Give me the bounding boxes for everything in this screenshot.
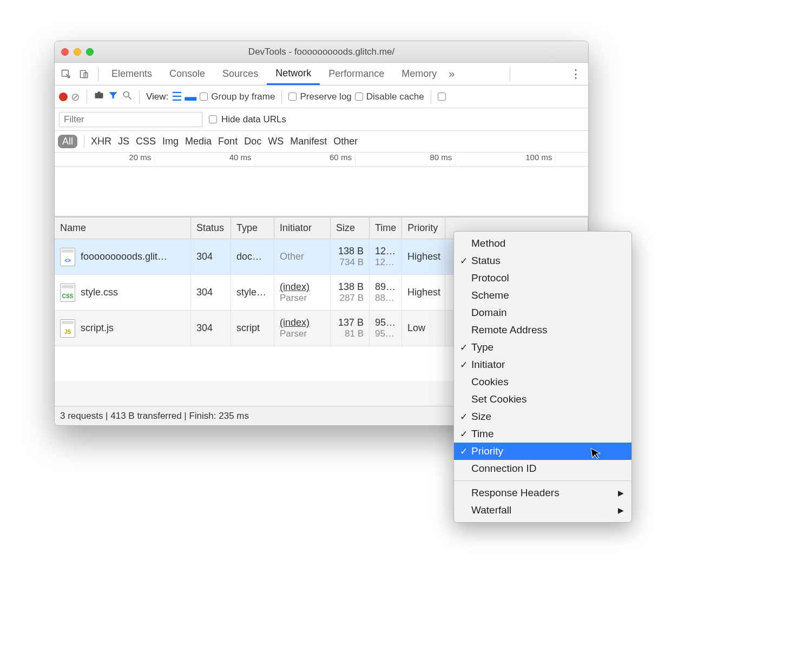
disable-cache-checkbox[interactable]: Disable cache — [355, 91, 424, 102]
context-menu-item-protocol[interactable]: Protocol — [454, 269, 631, 287]
context-menu-separator — [454, 480, 631, 481]
context-menu-label: Type — [471, 341, 493, 353]
inspect-element-icon[interactable] — [59, 67, 73, 81]
clear-icon[interactable]: ⊘ — [71, 90, 80, 103]
type-filter-ws[interactable]: WS — [268, 136, 284, 147]
check-icon: ✓ — [458, 342, 469, 353]
context-menu-label: Connection ID — [471, 463, 536, 475]
checkbox-box[interactable] — [209, 115, 217, 123]
column-header-time[interactable]: Time — [370, 218, 402, 239]
record-button[interactable] — [59, 93, 68, 101]
submenu-arrow-icon: ▶ — [618, 506, 624, 515]
column-header-type[interactable]: Type — [231, 218, 274, 239]
context-menu-label: Set Cookies — [471, 393, 526, 405]
context-menu-item-set-cookies[interactable]: Set Cookies — [454, 391, 631, 408]
column-context-menu: Method✓StatusProtocolSchemeDomainRemote … — [453, 231, 632, 523]
overview-icon[interactable]: ▬ — [185, 91, 196, 103]
stylesheet-icon: CSS — [60, 284, 75, 302]
filter-input[interactable] — [59, 112, 202, 127]
group-by-frame-checkbox[interactable]: Group by frame — [200, 91, 275, 102]
view-mode-icons[interactable]: ☰ ▬ — [172, 91, 196, 103]
type-filter-doc[interactable]: Doc — [244, 136, 261, 147]
cell-status: 304 — [191, 311, 231, 346]
context-menu-item-scheme[interactable]: Scheme — [454, 287, 631, 304]
column-header-initiator[interactable]: Initiator — [274, 218, 331, 239]
checkbox-box[interactable] — [355, 93, 363, 101]
context-menu-item-domain[interactable]: Domain — [454, 304, 631, 321]
context-menu-label: Initiator — [471, 359, 505, 371]
large-rows-icon[interactable]: ☰ — [172, 91, 182, 103]
timeline-tick: 20 ms — [55, 153, 155, 166]
type-filter-js[interactable]: JS — [118, 136, 129, 147]
context-menu-item-priority[interactable]: ✓Priority — [454, 443, 631, 460]
type-filter-manifest[interactable]: Manifest — [290, 136, 327, 147]
context-menu-label: Size — [471, 411, 491, 423]
context-menu-item-type[interactable]: ✓Type — [454, 339, 631, 356]
tab-network[interactable]: Network — [267, 63, 320, 85]
context-menu-item-status[interactable]: ✓Status — [454, 252, 631, 269]
timeline-tick: 100 ms — [456, 153, 556, 166]
timeline-tick-blank — [556, 153, 588, 166]
tabs-overflow-button[interactable]: » — [449, 68, 455, 80]
context-menu-item-method[interactable]: Method — [454, 235, 631, 252]
context-menu-label: Cookies — [471, 376, 509, 388]
network-toolbar: ⊘ View: ☰ ▬ Group by frame Preserve log … — [55, 85, 588, 108]
cell-time: 89… 88… — [370, 275, 402, 310]
separator — [84, 136, 84, 148]
type-filter-all[interactable]: All — [58, 135, 77, 148]
tab-performance[interactable]: Performance — [320, 63, 393, 85]
timeline-overview[interactable]: 20 ms 40 ms 60 ms 80 ms 100 ms — [55, 153, 588, 218]
capture-screenshot-icon[interactable] — [94, 90, 104, 103]
context-menu-label: Domain — [471, 307, 506, 319]
checkbox-box[interactable] — [288, 93, 297, 101]
context-menu-item-response-headers[interactable]: Response Headers▶ — [454, 484, 631, 502]
more-options-icon[interactable]: ⋮ — [570, 67, 582, 81]
context-menu-label: Protocol — [471, 272, 509, 284]
type-filter-xhr[interactable]: XHR — [91, 136, 111, 147]
check-icon: ✓ — [458, 429, 469, 440]
context-menu-item-remote-address[interactable]: Remote Address — [454, 321, 631, 339]
cell-size: 137 B 81 B — [331, 311, 370, 346]
context-menu-item-waterfall[interactable]: Waterfall▶ — [454, 502, 631, 519]
checkbox-box[interactable] — [438, 93, 446, 101]
tab-console[interactable]: Console — [161, 63, 214, 85]
cell-priority: Highest — [402, 239, 445, 274]
type-filter-css[interactable]: CSS — [136, 136, 156, 147]
type-filter-font[interactable]: Font — [218, 136, 238, 147]
column-header-priority[interactable]: Priority — [402, 218, 445, 239]
preserve-log-checkbox[interactable]: Preserve log — [288, 91, 351, 102]
column-header-name[interactable]: Name — [55, 218, 191, 239]
search-icon[interactable] — [122, 90, 133, 103]
cell-initiator[interactable]: (index) Parser — [274, 275, 331, 310]
cell-status: 304 — [191, 239, 231, 274]
column-header-status[interactable]: Status — [191, 218, 231, 239]
context-menu-label: Response Headers — [471, 487, 560, 499]
window-title: DevTools - fooooooooods.glitch.me/ — [55, 47, 588, 57]
check-icon: ✓ — [458, 446, 469, 457]
type-filter-media[interactable]: Media — [185, 136, 212, 147]
timeline-tick: 40 ms — [155, 153, 255, 166]
filter-toggle-icon[interactable] — [108, 90, 119, 103]
checkbox-box[interactable] — [200, 93, 208, 101]
script-icon: JS — [60, 319, 75, 338]
context-menu-item-time[interactable]: ✓Time — [454, 425, 631, 443]
tab-elements[interactable]: Elements — [103, 63, 161, 85]
offline-checkbox-cutoff[interactable] — [438, 93, 447, 101]
cell-initiator[interactable]: (index) Parser — [274, 311, 331, 346]
context-menu-item-initiator[interactable]: ✓Initiator — [454, 356, 631, 373]
check-icon: ✓ — [458, 359, 469, 371]
filter-row: Hide data URLs — [55, 108, 588, 131]
cell-type: style… — [231, 275, 274, 310]
separator — [139, 90, 140, 104]
context-menu-item-size[interactable]: ✓Size — [454, 408, 631, 425]
tab-sources[interactable]: Sources — [214, 63, 267, 85]
type-filter-other[interactable]: Other — [333, 136, 358, 147]
type-filter-img[interactable]: Img — [162, 136, 179, 147]
tab-memory[interactable]: Memory — [393, 63, 445, 85]
context-menu-item-cookies[interactable]: Cookies — [454, 373, 631, 391]
device-toolbar-icon[interactable] — [77, 67, 91, 81]
column-header-size[interactable]: Size — [331, 218, 370, 239]
hide-data-urls-checkbox[interactable]: Hide data URLs — [209, 114, 286, 125]
context-menu-label: Remote Address — [471, 324, 547, 336]
context-menu-item-connection-id[interactable]: Connection ID — [454, 460, 631, 477]
